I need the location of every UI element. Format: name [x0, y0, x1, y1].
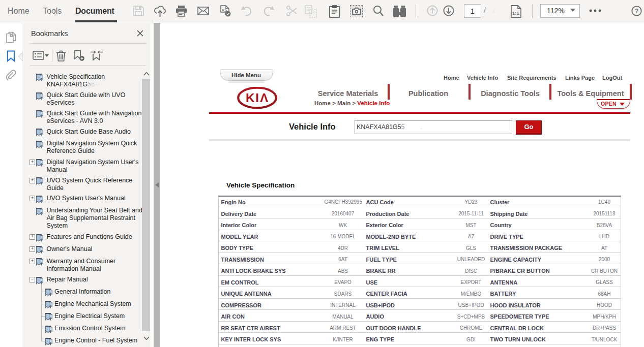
svg-text:?: ?: [635, 8, 639, 15]
svg-text:KIΛ: KIΛ: [246, 91, 269, 105]
svg-text:1:1: 1:1: [512, 10, 519, 16]
svg-text:Hide Menu: Hide Menu: [231, 72, 261, 78]
